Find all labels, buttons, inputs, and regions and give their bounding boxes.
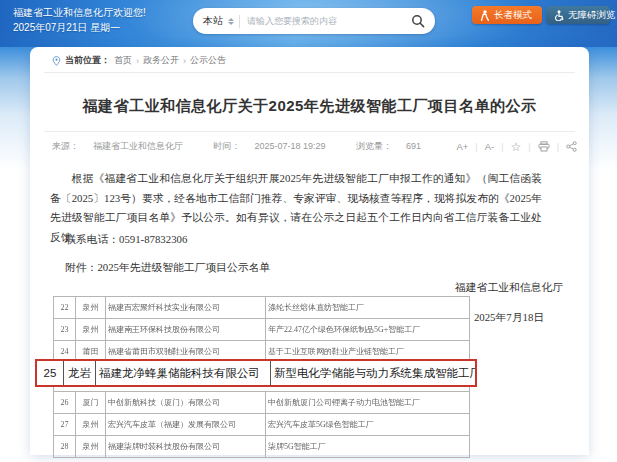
row-project: 新型电化学储能与动力系统集成智能工厂 <box>271 361 475 385</box>
row-no: 25 <box>37 361 64 385</box>
current-date: 2025年07月21日 星期一 <box>13 20 146 35</box>
row-city: 泉州 <box>76 414 106 435</box>
row-city: 泉州 <box>76 297 106 318</box>
breadcrumb-separator: › <box>136 56 139 66</box>
breadcrumb-gov-disclosure[interactable]: 政务公开 <box>143 54 179 67</box>
article-toolbar: A+ | A- | ☆ | | <box>456 141 577 152</box>
article-meta-info: 来源：福建省工业和信息化厅 时间：2025-07-18 19:29 浏览量：69… <box>52 140 449 153</box>
attachment-label: 附件： <box>65 261 97 273</box>
contact-phone: 联系电话：0591-87832306 <box>65 233 187 247</box>
search-icon[interactable] <box>411 14 425 28</box>
row-city: 龙岩 <box>64 361 96 385</box>
table-row: 28 泉州 福建柒牌时装科技股份有限公司 柒牌5G智能工厂 <box>54 436 469 458</box>
row-no: 27 <box>54 414 76 435</box>
page: 福建省工业和信息化厅欢迎您! 2025年07月21日 星期一 本站 长者模式 无… <box>0 0 617 462</box>
divider: | <box>557 142 559 152</box>
welcome-text: 福建省工业和信息化厅欢迎您! <box>13 5 146 20</box>
row-project: 宏兴汽车皮革5G绿色智能工厂 <box>266 414 469 435</box>
wheelchair-icon <box>554 10 564 21</box>
highlighted-row-25: 25 龙岩 福建龙净蜂巢储能科技有限公司 新型电化学储能与动力系统集成智能工厂 <box>35 359 477 387</box>
row-project: 柒牌5G智能工厂 <box>266 436 469 457</box>
row-city: 泉州 <box>76 436 106 457</box>
elder-mode-label: 长者模式 <box>494 9 532 22</box>
table-row: 26 厦门 中创新航科技（厦门）有限公司 中创新航厦门公司锂离子动力电池智能工厂 <box>54 392 469 414</box>
print-icon[interactable] <box>538 141 550 152</box>
divider <box>239 15 240 28</box>
row-company: 中创新航科技（厦门）有限公司 <box>106 392 266 413</box>
signature-block: 福建省工业和信息化厅 2025年7月18日 <box>455 281 563 325</box>
breadcrumb-announcements[interactable]: 公示公告 <box>190 54 226 67</box>
divider: | <box>528 142 530 152</box>
row-city: 厦门 <box>76 392 106 413</box>
elder-person-icon <box>480 10 490 21</box>
divider <box>44 131 575 132</box>
row-project: 涤纶长丝熔体直纺智能工厂 <box>266 297 469 318</box>
banner-text: 福建省工业和信息化厅欢迎您! 2025年07月21日 星期一 <box>13 5 146 35</box>
row-company: 福建龙净蜂巢储能科技有限公司 <box>96 361 271 385</box>
page-title: 福建省工业和信息化厅关于2025年先进级智能工厂项目名单的公示 <box>50 97 569 116</box>
publish-time: 时间：2025-07-18 19:29 <box>214 141 340 151</box>
row-project: 中创新航厦门公司锂离子动力电池智能工厂 <box>266 392 469 413</box>
content-card: 当前位置： 首页 › 政务公开 › 公示公告 福建省工业和信息化厅关于2025年… <box>30 47 589 455</box>
row-company: 福建百宏聚纤科技实业有限公司 <box>106 297 266 318</box>
signature-org: 福建省工业和信息化厅 <box>455 281 563 295</box>
font-increase-button[interactable]: A+ <box>456 141 468 152</box>
search-input[interactable] <box>245 15 406 27</box>
font-decrease-button[interactable]: A- <box>485 141 495 152</box>
table-row: 22 泉州 福建百宏聚纤科技实业有限公司 涤纶长丝熔体直纺智能工厂 <box>54 297 469 319</box>
location-icon <box>52 56 61 66</box>
row-project: 年产22.47亿个绿色环保纸制品5G+智能工厂 <box>266 319 469 340</box>
divider: | <box>475 142 477 152</box>
row-no: 26 <box>54 392 76 413</box>
breadcrumb-home[interactable]: 首页 <box>114 54 132 67</box>
breadcrumb-prefix: 当前位置： <box>65 54 110 67</box>
row-city: 泉州 <box>76 319 106 340</box>
search-bar: 本站 <box>193 8 435 34</box>
table-row: 27 泉州 宏兴汽车皮革（福建）发展有限公司 宏兴汽车皮革5G绿色智能工厂 <box>54 414 469 436</box>
row-no: 28 <box>54 436 76 457</box>
chevron-updown-icon[interactable] <box>228 18 234 25</box>
row-company: 宏兴汽车皮革（福建）发展有限公司 <box>106 414 266 435</box>
signature-date: 2025年7月18日 <box>455 311 563 325</box>
attachment-line: 附件：2025年先进级智能工厂项目公示名单 <box>65 261 270 275</box>
breadcrumb-separator: › <box>183 56 186 66</box>
row-company: 福建南王环保科技股份有限公司 <box>106 319 266 340</box>
table-row: 23 泉州 福建南王环保科技股份有限公司 年产22.47亿个绿色环保纸制品5G+… <box>54 319 469 341</box>
article-meta: 来源：福建省工业和信息化厅 时间：2025-07-18 19:29 浏览量：69… <box>52 140 577 153</box>
accessibility-button[interactable]: 无障碍浏览 <box>546 6 610 24</box>
attachment-link[interactable]: 2025年先进级智能工厂项目公示名单 <box>97 261 270 273</box>
view-count: 浏览量：691 <box>356 141 435 151</box>
favorite-star-icon[interactable]: ☆ <box>511 142 522 152</box>
row-no: 22 <box>54 297 76 318</box>
share-icon[interactable] <box>566 141 577 152</box>
row-company: 福建柒牌时装科技股份有限公司 <box>106 436 266 457</box>
accessibility-label: 无障碍浏览 <box>568 9 616 22</box>
elder-mode-button[interactable]: 长者模式 <box>472 6 542 24</box>
site-banner: 福建省工业和信息化厅欢迎您! 2025年07月21日 星期一 本站 长者模式 无… <box>0 0 617 47</box>
row-no: 23 <box>54 319 76 340</box>
search-scope-select[interactable]: 本站 <box>203 14 223 28</box>
breadcrumb: 当前位置： 首页 › 政务公开 › 公示公告 <box>52 54 226 67</box>
divider <box>44 72 575 73</box>
divider: | <box>501 142 503 152</box>
source: 来源：福建省工业和信息化厅 <box>52 141 197 151</box>
